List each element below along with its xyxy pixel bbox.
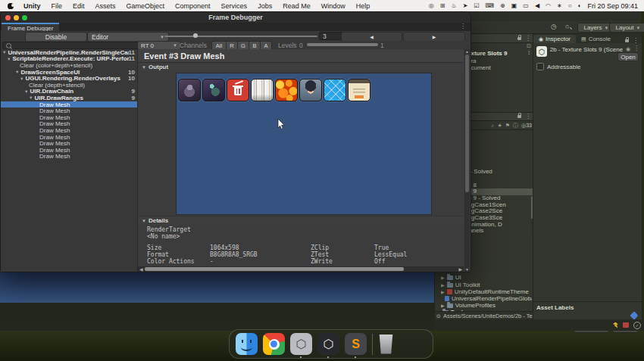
record-icon[interactable]: ◎ xyxy=(429,2,434,9)
kebab-menu-icon[interactable]: ⋮ xyxy=(525,114,531,119)
scene-picker-icon[interactable]: ⊡ xyxy=(527,43,531,50)
bluetooth-icon[interactable]: ∗ xyxy=(557,2,562,9)
project-folder[interactable]: ▶UI Toolkit xyxy=(441,282,532,288)
scroll-left-icon[interactable]: ◀ xyxy=(138,266,145,272)
menu-item-jobs[interactable]: Jobs xyxy=(252,2,277,10)
apple-menu-icon[interactable] xyxy=(8,3,14,9)
tree-row[interactable]: Clear (color+depth+stencil) xyxy=(1,62,137,69)
menu-bar-clock[interactable]: Fri 20 Sep 09:41 xyxy=(587,2,638,10)
keyboard-icon[interactable]: ⌨ xyxy=(486,2,495,9)
dock-trash-icon[interactable] xyxy=(378,335,394,354)
tree-row[interactable]: ▼UGUI.Rendering.RenderOverlays10 xyxy=(1,75,137,82)
progress-status-icon[interactable]: ✓ xyxy=(633,322,641,329)
event-vscrollbar[interactable]: ▲ ▼ xyxy=(464,49,470,272)
kebab-menu-icon[interactable]: ⋮ xyxy=(460,24,466,29)
frame-number-field[interactable]: 3 xyxy=(319,32,343,40)
scroll-up-icon[interactable]: ▲ xyxy=(465,49,469,54)
open-button[interactable]: Open xyxy=(617,52,639,61)
dock-unity-hub-icon[interactable]: ⬡ xyxy=(290,333,312,355)
spotlight-icon[interactable]: ○ xyxy=(568,2,572,9)
project-asset[interactable]: ▶UnityDefaultRuntimeTheme xyxy=(441,288,532,295)
info-icon[interactable]: ⓘ xyxy=(513,122,518,129)
label-icon[interactable]: ⚑ xyxy=(505,123,510,129)
dock-chrome-icon[interactable] xyxy=(263,333,285,355)
project-asset[interactable]: UniversalRenderPipelineGlobalSet xyxy=(445,295,532,302)
search-in-icon[interactable]: ⌕ xyxy=(492,123,495,129)
tree-row-selected[interactable]: Draw Mesh xyxy=(1,101,137,108)
layout-dropdown[interactable]: Layout▼ xyxy=(609,23,644,33)
battery-icon[interactable]: ▭ xyxy=(523,2,529,9)
output-foldout[interactable]: ▼Output xyxy=(138,63,464,71)
kebab-menu-icon[interactable]: ⋮ xyxy=(525,36,531,41)
menu-item-readme[interactable]: Read Me xyxy=(277,2,316,10)
scroll-down-icon[interactable]: ▼ xyxy=(465,267,469,272)
tree-row[interactable]: Draw Mesh xyxy=(1,140,137,147)
tree-row[interactable]: ▼UniversalRenderPipeline.RenderSingleCam… xyxy=(1,49,137,56)
favorites-icon[interactable]: ★ xyxy=(498,123,502,129)
details-foldout[interactable]: ▼Details xyxy=(138,216,464,225)
battery-app-icon[interactable]: ▣ xyxy=(511,2,517,9)
menu-item-help[interactable]: Help xyxy=(351,2,376,10)
lock-icon[interactable] xyxy=(517,37,521,40)
vscroll-thumb[interactable] xyxy=(465,54,469,192)
project-folder[interactable]: ▶VolumeProfiles xyxy=(441,302,532,309)
tree-row[interactable]: Draw Mesh xyxy=(1,127,137,134)
scroll-right-icon[interactable]: ▶ xyxy=(457,266,464,272)
tree-row[interactable]: Draw Mesh xyxy=(1,147,137,154)
checkbox-app-icon[interactable]: ☑ xyxy=(474,2,479,9)
menu-item-services[interactable]: Services xyxy=(216,2,253,10)
kebab-menu-icon[interactable]: ⋮ xyxy=(633,46,639,51)
hierarchy-item-camera[interactable]: era xyxy=(467,58,534,65)
menu-item-gameobject[interactable]: GameObject xyxy=(121,2,170,10)
project-folder[interactable]: ▶UI xyxy=(441,274,532,281)
asset-label-tag-icon[interactable] xyxy=(630,311,638,319)
tree-row[interactable]: ▼DrawScreenSpaceUI10 xyxy=(1,69,137,76)
tree-row[interactable]: Draw Mesh xyxy=(1,154,137,160)
help-icon[interactable]: ◉ xyxy=(626,46,630,52)
prop-key: Format xyxy=(147,251,169,258)
tab-inspector[interactable]: ◉Inspector xyxy=(533,35,576,43)
search-icon[interactable]: ○ xyxy=(565,23,569,30)
tree-row[interactable]: ▼UIR.DrawRanges9 xyxy=(1,95,137,101)
menu-item-edit[interactable]: Edit xyxy=(67,2,90,10)
dock-sublime-text-icon[interactable]: S xyxy=(345,333,367,355)
dock-unity-editor-icon[interactable]: ⬡ xyxy=(317,333,339,355)
kebab-menu-icon[interactable]: ⋮ xyxy=(633,39,639,43)
control-center-icon[interactable]: ◐ xyxy=(578,2,582,9)
frame-debugger-titlebar[interactable]: Frame Debugger xyxy=(1,12,470,23)
volume-icon[interactable]: ◀ xyxy=(535,2,539,9)
hierarchy-item-uidocument[interactable]: ocument xyxy=(467,64,534,72)
frame-slider-knob[interactable] xyxy=(193,33,198,38)
tweet-icon[interactable]: ➤ xyxy=(463,2,468,9)
tree-row[interactable]: Draw Mesh xyxy=(1,107,137,114)
tab-console[interactable]: ▤Console xyxy=(576,35,616,43)
tree-row[interactable]: Draw Mesh xyxy=(1,134,137,141)
account-icon[interactable]: ◷ xyxy=(551,23,557,30)
wifi-icon[interactable]: ◠ xyxy=(546,2,551,9)
details-hscrollbar[interactable]: ◀ ▶ xyxy=(138,266,464,272)
menu-item-component[interactable]: Component xyxy=(170,2,216,10)
search-input[interactable] xyxy=(2,42,140,49)
menu-item-window[interactable]: Window xyxy=(316,2,351,10)
addressable-checkbox[interactable] xyxy=(536,63,544,70)
tree-row[interactable]: ▼UIR.DrawChain9 xyxy=(1,89,137,95)
display-icon[interactable]: ⊞ xyxy=(440,2,445,9)
hscroll-thumb[interactable] xyxy=(145,267,404,271)
globe-icon[interactable]: ⊕ xyxy=(500,2,505,9)
backup-icon[interactable]: ♨ xyxy=(452,2,457,9)
burst-status-icon[interactable] xyxy=(613,322,618,328)
levels-slider[interactable] xyxy=(307,43,378,46)
lock-icon[interactable] xyxy=(625,39,629,42)
tree-row[interactable]: Draw Mesh xyxy=(1,114,137,121)
menu-item-assets[interactable]: Assets xyxy=(90,2,121,10)
tree-row[interactable]: Clear (depth+stencil) xyxy=(1,82,137,89)
menu-item-file[interactable]: File xyxy=(46,2,68,10)
tree-row[interactable]: Draw Mesh xyxy=(1,121,137,128)
menu-item-unity[interactable]: Unity xyxy=(18,2,46,10)
tree-row[interactable]: ▼ScriptableRenderer.Execute: URP-Perform… xyxy=(1,56,137,63)
error-status-icon[interactable] xyxy=(623,322,629,328)
frame-slider[interactable] xyxy=(164,36,317,37)
hierarchy-scene-row[interactable]: exture Slots 9 ⋮ xyxy=(467,50,534,58)
dock-finder-icon[interactable] xyxy=(236,333,258,355)
lock-icon[interactable] xyxy=(517,115,521,118)
